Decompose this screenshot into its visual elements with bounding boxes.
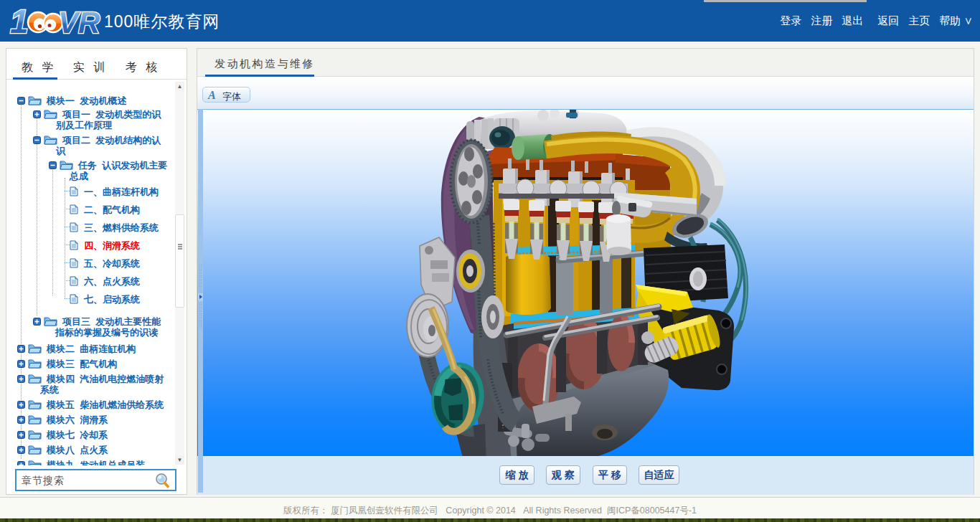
svg-text:1: 1 xyxy=(10,3,29,39)
svg-text:VR: VR xyxy=(58,6,100,39)
